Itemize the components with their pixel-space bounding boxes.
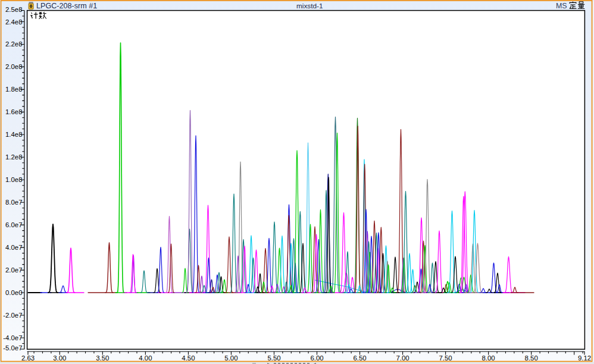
svg-text:4.00: 4.00: [139, 354, 152, 362]
svg-text:-5.0e7: -5.0e7: [3, 344, 22, 352]
svg-text:1.6e8: 1.6e8: [5, 108, 23, 115]
svg-text:-4.0e7: -4.0e7: [3, 334, 22, 341]
svg-text:4.0e7: 4.0e7: [5, 244, 23, 251]
svg-text:1.8e8: 1.8e8: [5, 86, 23, 93]
svg-text:2.0e7: 2.0e7: [5, 266, 23, 274]
svg-text:0.0e0: 0.0e0: [5, 289, 23, 296]
svg-text:1.2e8: 1.2e8: [5, 153, 23, 161]
svg-text:2.5e8: 2.5e8: [5, 6, 23, 13]
svg-text:2.4e8: 2.4e8: [5, 18, 23, 26]
svg-text:5.00: 5.00: [224, 354, 237, 362]
svg-text:6.50: 6.50: [353, 354, 366, 362]
svg-text:2.2e8: 2.2e8: [5, 40, 23, 48]
svg-text:7.00: 7.00: [396, 354, 409, 362]
svg-text:mixstd-1: mixstd-1: [296, 2, 323, 10]
svg-text:6.0e7: 6.0e7: [5, 221, 23, 228]
svg-text:3.00: 3.00: [53, 354, 66, 362]
svg-text:MS: MS: [556, 2, 567, 10]
svg-text:1.4e8: 1.4e8: [5, 131, 23, 138]
svg-text:7.50: 7.50: [439, 354, 452, 362]
svg-text:8.00: 8.00: [482, 354, 495, 362]
svg-text:2.0e8: 2.0e8: [5, 63, 23, 70]
svg-text:5.50: 5.50: [267, 354, 280, 362]
svg-text:4.50: 4.50: [182, 354, 195, 362]
svg-text:9.12: 9.12: [578, 354, 591, 362]
svg-text:3.50: 3.50: [96, 354, 109, 362]
svg-text:2.63: 2.63: [21, 354, 35, 362]
svg-text:1.0e8: 1.0e8: [5, 176, 23, 183]
svg-text:6.00: 6.00: [310, 354, 323, 362]
svg-text:LPGC-208-srm #1: LPGC-208-srm #1: [36, 2, 97, 10]
svg-text:-2.0e7: -2.0e7: [3, 312, 22, 319]
svg-text:8.0e7: 8.0e7: [5, 199, 23, 206]
svg-text:8.50: 8.50: [525, 354, 538, 362]
